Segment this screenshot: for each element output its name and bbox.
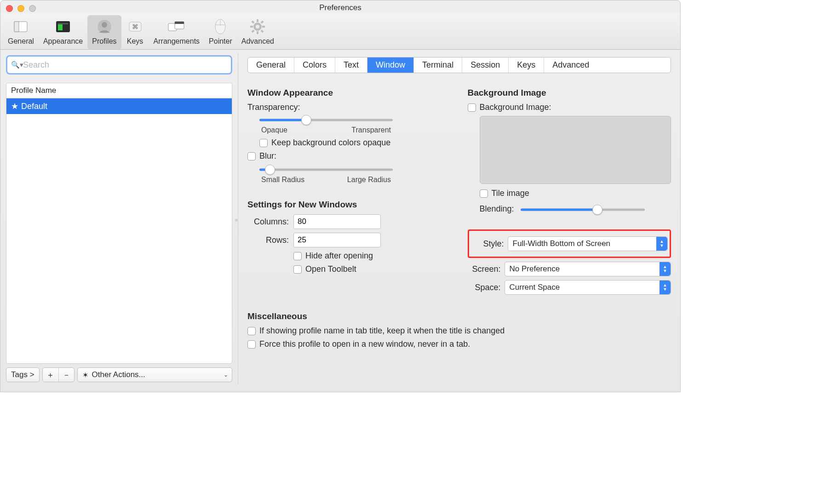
screen-label: Screen: — [468, 264, 501, 274]
svg-line-23 — [261, 21, 263, 23]
remove-profile-button[interactable]: － — [58, 368, 74, 382]
svg-rect-4 — [58, 23, 68, 24]
toolbar-label: Pointer — [209, 37, 232, 46]
style-select[interactable]: Full-Width Bottom of Screen ▲▼ — [508, 236, 668, 251]
transparency-min-label: Opaque — [261, 126, 287, 134]
profile-list[interactable]: Profile Name ★Default — [6, 83, 232, 364]
profile-row[interactable]: ★Default — [6, 98, 232, 114]
profile-tabs: General Colors Text Window Terminal Sess… — [247, 57, 671, 73]
profiles-search[interactable]: 🔍▾ — [6, 55, 232, 74]
tags-button[interactable]: Tags > — [6, 367, 40, 382]
toolbar-label: General — [8, 37, 34, 46]
open-toolbelt-label: Open Toolbelt — [305, 264, 356, 274]
blur-checkbox[interactable] — [247, 152, 256, 160]
keep-bg-opaque-checkbox[interactable] — [259, 139, 268, 147]
svg-line-22 — [261, 30, 263, 32]
tab-window[interactable]: Window — [367, 57, 414, 73]
hide-after-opening-checkbox[interactable] — [293, 252, 302, 260]
toolbar-arrangements[interactable]: Arrangements — [149, 15, 205, 49]
add-profile-button[interactable]: ＋ — [43, 368, 58, 382]
misc-heading: Miscellaneous — [247, 311, 671, 321]
search-input[interactable] — [22, 57, 231, 73]
svg-line-24 — [252, 30, 254, 32]
other-actions-menu[interactable]: ✶ Other Actions... ⌄ — [77, 367, 232, 382]
space-select[interactable]: Current Space ▲▼ — [505, 280, 671, 295]
svg-rect-11 — [175, 22, 184, 24]
search-icon: 🔍▾ — [11, 61, 23, 69]
background-image-checkbox[interactable] — [468, 103, 476, 112]
keep-profile-name-checkbox[interactable] — [247, 327, 256, 335]
split-divider[interactable] — [238, 53, 238, 384]
toolbar-label: Profiles — [92, 37, 116, 46]
profile-list-header: Profile Name — [6, 83, 232, 98]
force-new-window-checkbox[interactable] — [247, 340, 256, 349]
blur-slider[interactable] — [259, 165, 393, 175]
transparency-slider[interactable] — [259, 115, 393, 125]
background-image-heading: Background Image — [468, 88, 671, 98]
toolbar-label: Arrangements — [154, 37, 200, 46]
open-toolbelt-checkbox[interactable] — [293, 265, 302, 274]
minimize-window-button[interactable] — [17, 5, 24, 12]
window-title: Preferences — [319, 3, 361, 12]
tab-session[interactable]: Session — [462, 57, 509, 73]
profiles-icon — [95, 18, 114, 35]
tile-image-label: Tile image — [492, 189, 529, 198]
window-appearance-heading: Window Appearance — [247, 88, 451, 98]
new-windows-heading: Settings for New Windows — [247, 200, 451, 210]
gear-icon: ✶ — [82, 371, 88, 379]
background-image-well[interactable] — [480, 116, 671, 184]
close-window-button[interactable] — [6, 5, 13, 12]
keep-profile-name-label: If showing profile name in tab title, ke… — [259, 326, 505, 336]
style-label: Style: — [471, 239, 504, 249]
select-stepper-icon: ▲▼ — [660, 281, 671, 294]
gear-icon — [248, 18, 267, 35]
tab-text[interactable]: Text — [335, 57, 367, 73]
screen-select[interactable]: No Preference ▲▼ — [505, 262, 671, 276]
space-value: Current Space — [510, 283, 560, 292]
preferences-window: Preferences General Appearance Profiles … — [0, 0, 681, 392]
pointer-icon — [211, 18, 229, 35]
style-highlight-box: Style: Full-Width Bottom of Screen ▲▼ — [468, 229, 671, 258]
zoom-window-button[interactable] — [29, 5, 36, 12]
transparency-max-label: Transparent — [351, 126, 391, 134]
preferences-body: 🔍▾ Profile Name ★Default Tags > ＋ － ✶ Ot… — [0, 50, 680, 388]
toolbar-advanced[interactable]: Advanced — [237, 15, 279, 49]
keys-icon: ⌘ — [126, 18, 144, 35]
toolbar-pointer[interactable]: Pointer — [204, 15, 237, 49]
general-icon — [11, 18, 30, 35]
profile-list-actions: Tags > ＋ － ✶ Other Actions... ⌄ — [6, 367, 232, 382]
svg-rect-3 — [58, 24, 63, 30]
rows-input[interactable] — [293, 233, 381, 247]
columns-input[interactable] — [293, 214, 381, 229]
toolbar-general[interactable]: General — [3, 15, 39, 49]
blur-label: Blur: — [259, 151, 276, 161]
svg-line-21 — [252, 21, 254, 23]
style-value: Full-Width Bottom of Screen — [513, 239, 611, 248]
appearance-icon — [54, 18, 72, 35]
rows-label: Rows: — [247, 235, 289, 245]
window-controls — [6, 5, 36, 12]
toolbar-appearance[interactable]: Appearance — [39, 15, 87, 49]
columns-label: Columns: — [247, 217, 289, 227]
blending-slider[interactable] — [521, 205, 645, 215]
tab-general[interactable]: General — [248, 57, 294, 73]
tab-terminal[interactable]: Terminal — [414, 57, 462, 73]
toolbar-keys[interactable]: ⌘ Keys — [121, 15, 149, 49]
window-appearance-column: Window Appearance Transparency: Opaque T… — [247, 81, 451, 298]
screen-value: No Preference — [510, 264, 560, 274]
toolbar-label: Keys — [127, 37, 143, 46]
preferences-toolbar: General Appearance Profiles ⌘ Keys Arran… — [0, 13, 680, 50]
tab-advanced[interactable]: Advanced — [544, 57, 597, 73]
tab-keys[interactable]: Keys — [509, 57, 544, 73]
tab-colors[interactable]: Colors — [294, 57, 335, 73]
hide-after-opening-label: Hide after opening — [305, 251, 373, 261]
toolbar-profiles[interactable]: Profiles — [87, 15, 121, 49]
select-stepper-icon: ▲▼ — [660, 262, 671, 276]
tile-image-checkbox[interactable] — [480, 189, 488, 198]
space-label: Space: — [468, 283, 501, 292]
select-stepper-icon: ▲▼ — [656, 237, 667, 251]
toolbar-label: Appearance — [43, 37, 83, 46]
profile-settings-panel: General Colors Text Window Terminal Sess… — [238, 50, 680, 388]
profiles-sidebar: 🔍▾ Profile Name ★Default Tags > ＋ － ✶ Ot… — [0, 50, 238, 388]
svg-point-16 — [256, 25, 259, 29]
